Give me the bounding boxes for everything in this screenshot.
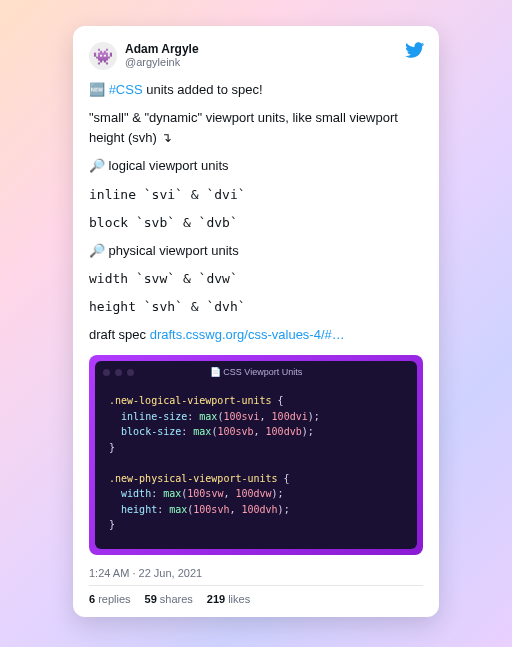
likes-label: likes (228, 593, 250, 605)
tweet-timestamp: 1:24 AM · 22 Jun, 2021 (89, 567, 423, 579)
stat-shares[interactable]: 59shares (145, 593, 193, 605)
replies-count: 6 (89, 593, 95, 605)
tweet-date: 22 Jun, 2021 (139, 567, 203, 579)
replies-label: replies (98, 593, 130, 605)
divider (89, 585, 423, 586)
shares-count: 59 (145, 593, 157, 605)
tweet-body: 🆕 #CSS units added to spec! "small" & "d… (89, 80, 423, 345)
section-logical: 🔎 logical viewport units (89, 156, 423, 176)
code-window: 📄 CSS Viewport Units .new-logical-viewpo… (95, 361, 417, 549)
line-physical-height: height `svh` & `dvh` (89, 297, 423, 317)
tweet-line-intro: "small" & "dynamic" viewport units, like… (89, 108, 423, 148)
avatar[interactable]: 👾 (89, 42, 117, 70)
draft-spec-line: draft spec drafts.csswg.org/css-values-4… (89, 325, 423, 345)
code-area: .new-logical-viewport-units { inline-siz… (95, 383, 417, 549)
tweet-stats: 6replies 59shares 219likes (89, 593, 423, 605)
stat-likes[interactable]: 219likes (207, 593, 250, 605)
code-window-title: 📄 CSS Viewport Units (95, 367, 417, 377)
new-badge-emoji: 🆕 (89, 82, 105, 97)
tweet-header: 👾 Adam Argyle @argyleink (89, 42, 423, 70)
likes-count: 219 (207, 593, 225, 605)
headline-rest: units added to spec! (143, 82, 263, 97)
line-physical-width: width `svw` & `dvw` (89, 269, 423, 289)
meta-sep: · (129, 567, 138, 579)
stat-replies[interactable]: 6replies (89, 593, 131, 605)
code-window-titlebar: 📄 CSS Viewport Units (95, 361, 417, 383)
author-display-name[interactable]: Adam Argyle (125, 42, 199, 56)
author-names: Adam Argyle @argyleink (125, 42, 199, 70)
draft-spec-label: draft spec (89, 327, 150, 342)
draft-spec-link[interactable]: drafts.csswg.org/css-values-4/#… (150, 327, 345, 342)
tweet-time: 1:24 AM (89, 567, 129, 579)
avatar-emoji: 👾 (93, 47, 113, 66)
tweet-line-headline: 🆕 #CSS units added to spec! (89, 80, 423, 100)
shares-label: shares (160, 593, 193, 605)
twitter-logo-icon (405, 40, 425, 60)
hashtag-css[interactable]: #CSS (109, 82, 143, 97)
code-image: 📄 CSS Viewport Units .new-logical-viewpo… (89, 355, 423, 555)
author-handle[interactable]: @argyleink (125, 56, 199, 69)
line-logical-block: block `svb` & `dvb` (89, 213, 423, 233)
line-logical-inline: inline `svi` & `dvi` (89, 185, 423, 205)
tweet-card: 👾 Adam Argyle @argyleink 🆕 #CSS units ad… (73, 26, 439, 617)
section-physical: 🔎 physical viewport units (89, 241, 423, 261)
